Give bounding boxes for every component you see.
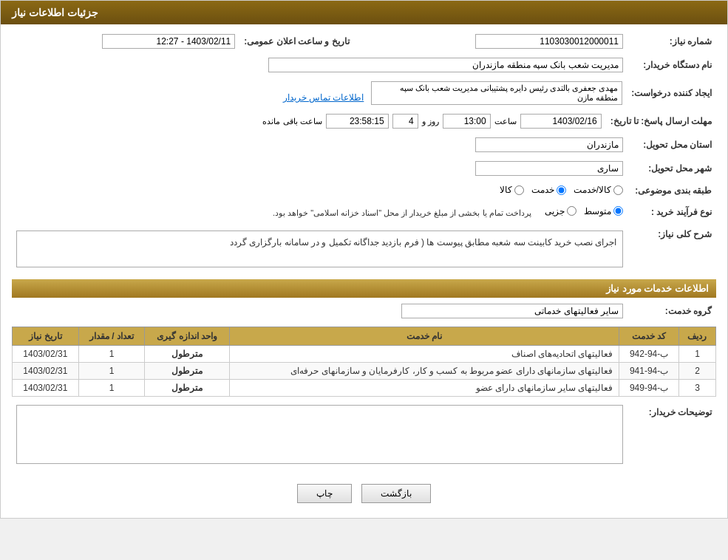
creator-field: مهدی جعفری بالتدی رئیس دایره پشتیبانی مد… — [371, 81, 622, 105]
process-radio-motavaset[interactable]: متوسط — [584, 206, 623, 216]
deadline-inputs: 1403/02/16 ساعت 13:00 روز و 4 23:58:15 س… — [262, 114, 601, 129]
deadline-time-field: 13:00 — [443, 114, 491, 129]
table-row: 2 ب-94-941 فعالیتهای سازمانهای دارای عضو… — [13, 363, 716, 380]
col-date: تاریخ نیاز — [13, 327, 79, 346]
info-table-category: طبقه بندی موضوعی: کالا/خدمت خدمت — [12, 182, 716, 199]
day-label: روز و — [422, 117, 439, 126]
cell-name: فعالیتهای اتحادیه‌های اصناف — [230, 346, 619, 363]
description-box: اجرای نصب خرید کابینت سه شعبه مطابق پیوس… — [16, 231, 623, 267]
info-table-creator: ایجاد کننده درخواست: مهدی جعفری بالتدی ر… — [12, 79, 716, 107]
city-value: ساری — [12, 159, 627, 178]
cell-name: فعالیتهای سازمانهای دارای عضو مربوط به ک… — [230, 363, 619, 380]
province-value: مازندران — [12, 135, 627, 154]
cell-name: فعالیتهای سایر سازمانهای دارای عضو — [230, 380, 619, 397]
group-field: سایر فعالیتهای خدماتی — [401, 304, 623, 318]
need-number-label: شماره نیاز: — [627, 32, 716, 51]
cell-unit: مترطول — [145, 346, 230, 363]
page-header: جزئیات اطلاعات نیاز — [1, 1, 727, 24]
city-field: ساری — [475, 161, 623, 176]
creator-label: ایجاد کننده درخواست: — [627, 79, 716, 107]
info-table-top: شماره نیاز: 1103030012000011 تاریخ و ساع… — [12, 32, 716, 51]
info-table-province: استان محل تحویل: مازندران — [12, 135, 716, 154]
description-value: اجرای نصب خرید کابینت سه شعبه مطابق پیوس… — [12, 225, 627, 273]
print-button[interactable]: چاپ — [297, 484, 352, 503]
deadline-label: مهلت ارسال پاسخ: تا تاریخ: — [606, 112, 716, 131]
services-table-wrapper: ردیف کد خدمت نام خدمت واحد اندازه گیری ت… — [12, 327, 716, 397]
category-value: کالا/خدمت خدمت کالا — [12, 182, 627, 199]
radio-khadamat[interactable] — [557, 185, 566, 195]
cell-row: 1 — [678, 346, 715, 363]
info-table-notes: توضیحات خریدار: — [12, 403, 716, 468]
radio-jozei[interactable] — [567, 206, 576, 216]
info-table-org: نام دستگاه خریدار: مدیریت شعب بانک سپه م… — [12, 55, 716, 75]
deadline-days-field: 4 — [392, 114, 418, 129]
radio-kala[interactable] — [514, 185, 524, 195]
process-value: متوسط جزیی پرداخت تمام یا بخشی از مبلغ خ… — [12, 204, 627, 221]
info-table-deadline: مهلت ارسال پاسخ: تا تاریخ: 1403/02/16 سا… — [12, 112, 716, 131]
process-label: نوع فرآیند خرید : — [627, 204, 716, 221]
announcement-date-label: تاریخ و ساعت اعلان عمومی: — [239, 32, 353, 51]
need-number-field: 1103030012000011 — [475, 34, 623, 49]
cell-unit: مترطول — [145, 363, 230, 380]
cell-code: ب-94-941 — [619, 363, 679, 380]
table-row: 1 ب-94-942 فعالیتهای اتحادیه‌های اصناف م… — [13, 346, 716, 363]
services-section-title: اطلاعات خدمات مورد نیاز — [12, 279, 716, 298]
radio-kala-khadamat[interactable] — [613, 185, 623, 195]
info-table-group: گروه خدمت: سایر فعالیتهای خدماتی — [12, 301, 716, 321]
process-radio-group: متوسط جزیی — [545, 206, 623, 216]
radio-motavaset-label: متوسط — [584, 206, 611, 216]
description-text: اجرای نصب خرید کابینت سه شعبه مطابق پیوس… — [230, 237, 616, 247]
notes-textarea[interactable] — [16, 405, 623, 464]
need-number-value: 1103030012000011 — [376, 32, 627, 51]
group-label: گروه خدمت: — [627, 301, 716, 321]
category-radio-kala[interactable]: کالا — [500, 185, 524, 195]
process-desc: پرداخت تمام یا بخشی از مبلغ خریدار از مح… — [273, 208, 531, 217]
requester-org-value: مدیریت شعب بانک سپه منطقه مازندران — [12, 55, 627, 75]
category-radio-kala-khadamat[interactable]: کالا/خدمت — [574, 185, 623, 195]
creator-contact-link[interactable]: اطلاعات تماس خریدار — [283, 92, 364, 103]
cell-date: 1403/02/31 — [13, 363, 79, 380]
notes-label: توضیحات خریدار: — [627, 403, 716, 468]
cell-unit: مترطول — [145, 380, 230, 397]
page-title: جزئیات اطلاعات نیاز — [12, 7, 98, 18]
notes-value — [12, 403, 627, 468]
col-row: ردیف — [678, 327, 715, 346]
col-unit: واحد اندازه گیری — [145, 327, 230, 346]
page-wrapper: جزئیات اطلاعات نیاز شماره نیاز: 11030300… — [0, 0, 728, 519]
table-row: 3 ب-94-949 فعالیتهای سایر سازمانهای دارا… — [13, 380, 716, 397]
time-label: ساعت — [494, 117, 517, 126]
requester-org-field: مدیریت شعب بانک سپه منطقه مازندران — [268, 58, 623, 72]
deadline-date-field: 1403/02/16 — [520, 114, 602, 129]
radio-jozei-label: جزیی — [545, 206, 565, 216]
radio-motavaset[interactable] — [613, 206, 623, 216]
requester-org-label: نام دستگاه خریدار: — [627, 55, 716, 75]
col-count: تعداد / مقدار — [78, 327, 145, 346]
category-radio-khadamat[interactable]: خدمت — [531, 185, 566, 195]
cell-count: 1 — [78, 380, 145, 397]
cell-count: 1 — [78, 346, 145, 363]
services-table: ردیف کد خدمت نام خدمت واحد اندازه گیری ت… — [12, 327, 716, 397]
cell-code: ب-94-949 — [619, 380, 679, 397]
buttons-row: بازگشت چاپ — [12, 473, 716, 511]
cell-count: 1 — [78, 363, 145, 380]
category-label: طبقه بندی موضوعی: — [627, 182, 716, 199]
col-name: نام خدمت — [230, 327, 619, 346]
back-button[interactable]: بازگشت — [361, 484, 431, 503]
content-area: شماره نیاز: 1103030012000011 تاریخ و ساع… — [1, 24, 727, 518]
province-label: استان محل تحویل: — [627, 135, 716, 154]
radio-kala-khadamat-label: کالا/خدمت — [574, 185, 611, 195]
col-code: کد خدمت — [619, 327, 679, 346]
cell-date: 1403/02/31 — [13, 380, 79, 397]
group-value: سایر فعالیتهای خدماتی — [12, 301, 627, 321]
announcement-date-value: 1403/02/11 - 12:27 — [12, 32, 239, 51]
radio-kala-label: کالا — [500, 185, 512, 195]
cell-code: ب-94-942 — [619, 346, 679, 363]
cell-date: 1403/02/31 — [13, 346, 79, 363]
cell-row: 2 — [678, 363, 715, 380]
province-field: مازندران — [475, 137, 623, 152]
process-radio-jozei[interactable]: جزیی — [545, 206, 576, 216]
category-radio-group: کالا/خدمت خدمت کالا — [500, 185, 623, 195]
info-table-description: شرح کلی نیاز: اجرای نصب خرید کابینت سه ش… — [12, 225, 716, 273]
city-label: شهر محل تحویل: — [627, 159, 716, 178]
cell-row: 3 — [678, 380, 715, 397]
